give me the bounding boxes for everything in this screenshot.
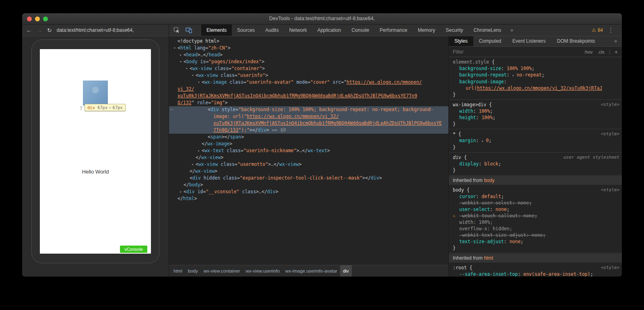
cls-toggle[interactable]: .cls (598, 50, 605, 54)
tree-line[interactable]: ▾<wx-view class="userinfo"> (169, 72, 448, 79)
tab-elements[interactable]: Elements (201, 25, 232, 36)
twisty-expanded-icon[interactable]: ▾ (196, 79, 201, 86)
vconsole-button[interactable]: vConsole (120, 246, 147, 253)
style-origin-link[interactable]: <style> (601, 187, 619, 193)
device-toolbar-icon[interactable] (184, 26, 194, 35)
tree-line[interactable]: <div hidden class="exparser-inspector-to… (169, 175, 448, 182)
back-icon[interactable]: ← (26, 25, 32, 36)
zoom-window-button[interactable] (43, 17, 48, 21)
css-declaration[interactable]: width: 100%; (453, 219, 619, 225)
tree-line[interactable]: </html> (169, 195, 448, 202)
twisty-expanded-icon[interactable]: ▾ (178, 58, 183, 65)
window-titlebar[interactable]: DevTools - data:text/html;charset=utf-8;… (22, 13, 622, 25)
css-declaration[interactable]: cursor: default; (453, 193, 619, 200)
style-origin-link[interactable]: user agent stylesheet (564, 154, 619, 161)
tab-audits[interactable]: Audits (260, 25, 284, 36)
style-origin-link[interactable]: <style> (601, 265, 619, 271)
breadcrumb-item[interactable]: div (340, 265, 352, 277)
sidebar-tab-styles[interactable]: Styles (449, 36, 473, 46)
style-rule[interactable]: body {<style>cursor: default;-webkit-use… (449, 185, 622, 253)
css-declaration[interactable]: -webkit-user-select: none; (453, 200, 619, 206)
sidebar-tab-computed[interactable]: Computed (473, 36, 507, 46)
tree-line[interactable]: </wx-view> (169, 168, 448, 175)
css-declaration[interactable]: background-repeat: ▸ no-repeat; (453, 72, 619, 79)
device-screen[interactable]: T div67px×67px Hello World vConsole (40, 49, 151, 254)
breadcrumb-item[interactable]: body (185, 265, 201, 277)
style-origin-link[interactable]: <style> (601, 101, 619, 108)
tree-line[interactable]: xuTu0k3jRTaJKmsXVMnfjASTusInO4ibcmQbhub1… (169, 120, 448, 127)
tree-line[interactable]: image: url("https://wx.qlogo.cn/mmopen/v… (169, 113, 448, 120)
css-declaration[interactable]: width: 100%; (453, 108, 619, 114)
tab-application[interactable]: Application (312, 25, 346, 36)
tree-line[interactable]: ▾<wx-view class="container"> (169, 65, 448, 72)
twisty-expanded-icon[interactable]: ▾ (172, 45, 177, 52)
tree-line[interactable]: 7Tn9Q/132");"></div> == $0 (169, 127, 448, 134)
style-rule[interactable]: div {user agent stylesheetdisplay: block… (449, 153, 622, 176)
avatar-image[interactable] (83, 81, 108, 105)
style-rule[interactable]: :root {<style>--safe-area-inset-top: env… (449, 263, 622, 277)
breadcrumb-item[interactable]: html (171, 265, 185, 277)
tree-line[interactable]: </wx-image> (169, 141, 448, 147)
tree-line[interactable]: <span></span> (169, 134, 448, 141)
twisty-expanded-icon[interactable]: ▾ (190, 72, 195, 79)
overflow-dots-icon[interactable]: ⋯ (170, 106, 173, 113)
css-declaration[interactable]: user-select: none; (453, 206, 619, 213)
url-text[interactable]: data:text/html;charset=utf-8;base64, (57, 27, 134, 33)
expand-value-icon[interactable]: ▸ (512, 73, 517, 77)
tree-line[interactable]: ▸<div id="__vconsole" class>…</div> (169, 188, 448, 195)
twisty-collapsed-icon[interactable]: ▸ (190, 161, 195, 168)
css-url-link[interactable]: https://wx.qlogo.cn/mmopen/vi_32/xuTu0k3… (477, 85, 603, 91)
tree-line[interactable]: ▸<wx-view class="usermotto">…</wx-view> (169, 161, 448, 168)
hov-toggle[interactable]: :hov (584, 50, 593, 54)
sidebar-tab-event-listeners[interactable]: Event Listeners (507, 36, 551, 46)
breadcrumb-item[interactable]: wx-view.userinfo (243, 265, 282, 277)
minimize-window-button[interactable] (35, 17, 40, 21)
style-rule[interactable]: wx-image>div {<style>width: 100%;height:… (449, 100, 622, 129)
tree-line[interactable]: ▾<body is="pages/index/index"> (169, 58, 448, 65)
forward-icon[interactable]: → (37, 25, 42, 36)
tree-line[interactable]: xuTu0k3jRTaJKmsXVMnfjASTusInO4ibcmQbhub1… (169, 93, 448, 99)
more-sidebar-tabs-chevron-icon[interactable]: » (609, 36, 622, 46)
twisty-collapsed-icon[interactable]: ▸ (178, 52, 183, 58)
tree-line[interactable]: vi_32/ (169, 86, 448, 93)
css-declaration[interactable]: text-size-adjust: none; (453, 238, 619, 245)
style-rule[interactable]: * {<style>margin: ▸ 0;} (449, 129, 622, 153)
expand-value-icon[interactable]: ▸ (481, 139, 486, 143)
tree-line[interactable]: </wx-view> (169, 154, 448, 161)
tab-chromelens[interactable]: ChromeLens (469, 25, 507, 36)
reload-icon[interactable]: ↻ (47, 25, 52, 36)
tree-line[interactable]: ▸<head>…</head> (169, 52, 448, 58)
tab-performance[interactable]: Performance (374, 25, 413, 36)
tree-line[interactable]: ▾<html lang="zh-CN"> (169, 45, 448, 52)
sidebar-tab-dom-breakpoints[interactable]: DOM Breakpoints (551, 36, 601, 46)
css-declaration[interactable]: -webkit-text-size-adjust: none; (453, 232, 619, 238)
css-declaration[interactable]: display: block; (453, 161, 619, 167)
tree-line[interactable]: ▾<wx-image class="userinfo-avatar" mode=… (169, 79, 448, 86)
tree-line[interactable]: Q/132" role="img"> (169, 99, 448, 106)
css-declaration[interactable]: background-size: 100% 100%; (453, 65, 619, 72)
css-declaration[interactable]: background-image: (453, 79, 619, 85)
twisty-collapsed-icon[interactable]: ▸ (196, 147, 201, 154)
close-window-button[interactable] (27, 17, 32, 21)
tab-sources[interactable]: Sources (232, 25, 260, 36)
new-style-rule-button[interactable]: + (615, 49, 618, 55)
warnings-badge[interactable]: ⚠84 (592, 27, 603, 33)
css-declaration[interactable]: height: 100%; (453, 114, 619, 121)
tree-line[interactable]: ⋯<div style="background-size: 100% 100%;… (169, 106, 448, 113)
css-declaration[interactable]: overflow-x: hidden; (453, 225, 619, 232)
css-declaration[interactable]: ⚠-webkit-touch-callout: none; (453, 213, 619, 219)
tab-security[interactable]: Security (440, 25, 468, 36)
style-origin-link[interactable]: <style> (601, 131, 619, 137)
tab-console[interactable]: Console (346, 25, 374, 36)
tree-line[interactable]: ▸<wx-text class="userinfo-nickname">…</w… (169, 147, 448, 154)
node-link[interactable]: html (484, 255, 493, 261)
tab-memory[interactable]: Memory (413, 25, 440, 36)
css-declaration[interactable]: url(https://wx.qlogo.cn/mmopen/vi_32/xuT… (453, 85, 619, 91)
kebab-menu-icon[interactable]: ⋮ (603, 27, 619, 34)
style-rule[interactable]: element.style {background-size: 100% 100… (449, 57, 622, 100)
tree-line[interactable]: <!doctype html> (169, 38, 448, 45)
css-declaration[interactable]: --safe-area-inset-top: env(safe-area-ins… (453, 271, 619, 277)
tab-network[interactable]: Network (284, 25, 312, 36)
node-link[interactable]: body (484, 178, 494, 183)
more-panels-chevron-icon[interactable]: » (506, 25, 517, 36)
